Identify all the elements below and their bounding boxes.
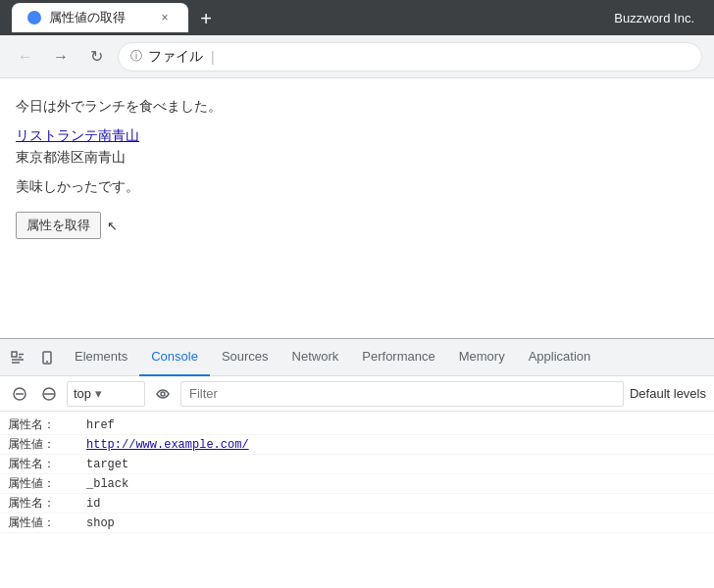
console-value: shop [86, 516, 115, 530]
no-entry-button[interactable] [37, 382, 61, 406]
context-value: top [74, 386, 91, 401]
page-text-1: 今日は外でランチを食べました。 [16, 98, 698, 116]
tab-elements[interactable]: Elements [63, 339, 139, 376]
back-button[interactable]: ← [12, 43, 39, 71]
tab-title: 属性値の取得 [49, 9, 126, 26]
console-value[interactable]: http://www.example.com/ [86, 438, 249, 452]
title-bar: 属性値の取得 × + Buzzword Inc. [0, 0, 714, 35]
devtools-tab-bar: Elements Console Sources Network Perform… [0, 339, 714, 376]
tab-network[interactable]: Network [280, 339, 351, 376]
url-bar[interactable]: ⓘ ファイル | [118, 42, 702, 72]
secure-icon: ⓘ [130, 48, 142, 65]
active-tab[interactable]: 属性値の取得 × [12, 3, 188, 32]
console-label: 属性名： [8, 416, 86, 433]
console-label: 属性名： [8, 495, 86, 512]
tab-console[interactable]: Console [139, 339, 210, 376]
eye-button[interactable] [151, 382, 175, 406]
tab-memory[interactable]: Memory [447, 339, 517, 376]
console-output: 属性名：href属性値：http://www.example.com/属性名：t… [0, 412, 714, 588]
cursor-pointer-icon: ↖ [107, 219, 118, 233]
console-value: _black [86, 477, 128, 491]
new-tab-button[interactable]: + [192, 5, 220, 32]
console-toolbar: top ▾ Default levels [0, 376, 714, 412]
back-icon: ← [18, 48, 33, 66]
filter-input[interactable] [180, 381, 624, 407]
mobile-emulation-button[interactable] [33, 344, 61, 371]
page-text-2: 美味しかったです。 [16, 178, 698, 196]
console-label: 属性値： [8, 475, 86, 492]
url-text: ファイル [148, 48, 203, 66]
console-label: 属性値： [8, 436, 86, 453]
console-row: 属性値：shop [0, 514, 714, 533]
console-value: href [86, 418, 115, 432]
tab-performance[interactable]: Performance [350, 339, 446, 376]
console-row: 属性値：_black [0, 474, 714, 494]
tab-application[interactable]: Application [517, 339, 603, 376]
console-value: target [86, 458, 128, 471]
default-levels-label: Default levels [630, 386, 706, 401]
reload-icon: ↻ [90, 47, 103, 66]
inspect-element-button[interactable] [4, 344, 31, 371]
tab-close-button[interactable]: × [157, 10, 173, 25]
console-row: 属性名：target [0, 455, 714, 474]
tab-bar: 属性値の取得 × + [12, 3, 614, 32]
forward-icon: → [53, 48, 69, 66]
get-attributes-button[interactable]: 属性を取得 [16, 212, 101, 239]
console-row: 属性名：href [0, 416, 714, 435]
context-selector[interactable]: top ▾ [67, 381, 145, 407]
devtools-panel: Elements Console Sources Network Perform… [0, 338, 714, 588]
url-separator: | [211, 49, 215, 65]
console-row: 属性値：http://www.example.com/ [0, 435, 714, 455]
page-link[interactable]: リストランテ南青山 [16, 127, 698, 145]
tab-favicon [27, 11, 41, 24]
svg-rect-1 [12, 352, 17, 357]
browser-title-right: Buzzword Inc. [614, 11, 702, 25]
page-content: 今日は外でランチを食べました。 リストランテ南青山 東京都港区南青山 美味しかっ… [0, 78, 714, 338]
dropdown-icon: ▾ [95, 386, 102, 401]
page-address: 東京都港区南青山 [16, 149, 698, 167]
address-bar: ← → ↻ ⓘ ファイル | [0, 35, 714, 78]
forward-button[interactable]: → [47, 43, 75, 71]
console-label: 属性値： [8, 514, 86, 531]
svg-point-0 [29, 13, 39, 23]
tab-sources[interactable]: Sources [210, 339, 280, 376]
console-row: 属性名：id [0, 494, 714, 514]
console-label: 属性名： [8, 456, 86, 472]
reload-button[interactable]: ↻ [82, 43, 110, 71]
console-value: id [86, 497, 100, 511]
clear-console-button[interactable] [8, 382, 31, 406]
svg-point-12 [161, 392, 165, 396]
